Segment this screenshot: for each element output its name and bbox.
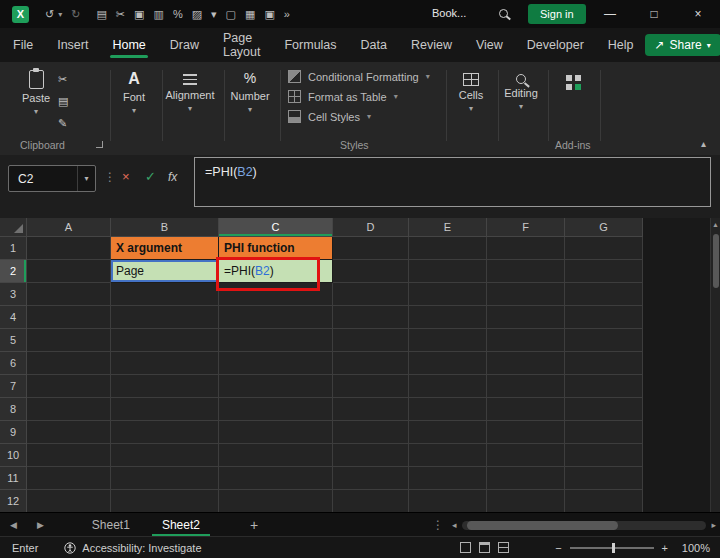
cell[interactable]	[487, 398, 565, 421]
cell[interactable]	[409, 490, 487, 513]
table-icon[interactable]: ▦	[245, 8, 255, 21]
share-button[interactable]: ↗ Share ▾	[645, 34, 720, 56]
chart-icon[interactable]: ▥	[153, 8, 163, 21]
row-header-5[interactable]: 5	[0, 329, 27, 352]
tab-view[interactable]: View	[465, 28, 514, 62]
cell[interactable]	[111, 490, 219, 513]
chevron-down-icon[interactable]: ▾	[77, 166, 95, 191]
cell-b1[interactable]: X argument	[111, 237, 219, 260]
tab-insert[interactable]: Insert	[46, 28, 99, 62]
copy-button[interactable]: ▤	[58, 95, 68, 108]
cell[interactable]	[219, 444, 333, 467]
cell[interactable]	[487, 421, 565, 444]
cell[interactable]	[27, 352, 111, 375]
row-header-3[interactable]: 3	[0, 283, 27, 306]
cell[interactable]	[27, 444, 111, 467]
tab-data[interactable]: Data	[350, 28, 398, 62]
cell[interactable]	[219, 490, 333, 513]
chevron-down-icon[interactable]: ▾	[211, 8, 217, 21]
column-header-b[interactable]: B	[111, 218, 219, 237]
row-header-2[interactable]: 2	[0, 260, 27, 283]
sheet-nav-left-icon[interactable]: ◀	[0, 520, 27, 530]
cells-button[interactable]: Cells ▾	[452, 70, 490, 113]
cell[interactable]	[487, 306, 565, 329]
cell[interactable]	[111, 329, 219, 352]
tab-file[interactable]: File	[2, 28, 44, 62]
cell[interactable]	[487, 283, 565, 306]
cell[interactable]	[111, 375, 219, 398]
cell[interactable]	[409, 467, 487, 490]
cell-e1[interactable]	[409, 237, 487, 260]
zoom-level[interactable]: 100%	[676, 542, 710, 554]
paste-button[interactable]: Paste ▾	[22, 70, 50, 116]
tab-review[interactable]: Review	[400, 28, 463, 62]
cell[interactable]	[219, 352, 333, 375]
cell[interactable]	[409, 398, 487, 421]
row-header-7[interactable]: 7	[0, 375, 27, 398]
insert-function-button[interactable]: fx	[168, 170, 177, 184]
tab-home[interactable]: Home	[101, 28, 156, 62]
cell[interactable]	[409, 375, 487, 398]
column-header-a[interactable]: A	[27, 218, 111, 237]
cell[interactable]	[219, 283, 333, 306]
cell[interactable]	[27, 490, 111, 513]
percent-icon[interactable]: %	[173, 8, 183, 20]
scroll-up-icon[interactable]: ▲	[711, 218, 720, 228]
cell-b2[interactable]: Page	[111, 260, 219, 283]
name-box[interactable]: C2 ▾	[8, 165, 96, 192]
cell-a1[interactable]	[27, 237, 111, 260]
cell-c2-active[interactable]: =PHI(B2)	[219, 260, 333, 283]
cell[interactable]	[111, 398, 219, 421]
horizontal-scrollbar-thumb[interactable]	[467, 521, 619, 530]
horizontal-scrollbar[interactable]: ◂ ▸	[452, 517, 716, 533]
editing-button[interactable]: Editing ▾	[500, 70, 542, 111]
cell-g2[interactable]	[565, 260, 643, 283]
cell[interactable]	[111, 283, 219, 306]
cell[interactable]	[27, 398, 111, 421]
add-ins-button[interactable]	[552, 72, 594, 90]
page-layout-view-icon[interactable]	[479, 542, 490, 553]
cell[interactable]	[27, 283, 111, 306]
number-button[interactable]: % Number ▾	[228, 70, 272, 114]
cell[interactable]	[487, 329, 565, 352]
cell-d1[interactable]	[333, 237, 409, 260]
redo-button[interactable]: ↻	[71, 8, 80, 21]
cell[interactable]	[333, 490, 409, 513]
search-icon[interactable]	[499, 9, 508, 18]
row-header-9[interactable]: 9	[0, 421, 27, 444]
sheet-tab-sheet1[interactable]: Sheet1	[76, 513, 146, 537]
cell[interactable]	[565, 444, 643, 467]
cell[interactable]	[565, 421, 643, 444]
cell[interactable]	[565, 283, 643, 306]
cell[interactable]	[333, 283, 409, 306]
cell[interactable]	[409, 283, 487, 306]
cell[interactable]	[333, 329, 409, 352]
conditional-formatting-button[interactable]: Conditional Formatting ▾	[288, 70, 440, 83]
cut-icon[interactable]: ✂	[116, 8, 125, 21]
horizontal-scrollbar-track[interactable]	[462, 521, 707, 530]
cell[interactable]	[487, 467, 565, 490]
vertical-scrollbar[interactable]: ▲	[710, 218, 720, 512]
cell[interactable]	[333, 398, 409, 421]
cell[interactable]	[219, 329, 333, 352]
row-header-12[interactable]: 12	[0, 490, 27, 513]
cell[interactable]	[565, 375, 643, 398]
tab-help[interactable]: Help	[597, 28, 645, 62]
cell[interactable]	[333, 352, 409, 375]
cell-f2[interactable]	[487, 260, 565, 283]
accessibility-status[interactable]: Accessibility: Investigate	[64, 542, 201, 554]
format-as-table-button[interactable]: Format as Table ▾	[288, 90, 440, 103]
zoom-in-button[interactable]: +	[662, 542, 668, 554]
minimize-button[interactable]: —	[588, 0, 632, 28]
cell[interactable]	[333, 444, 409, 467]
cancel-entry-icon[interactable]: ×	[122, 169, 130, 184]
collapse-ribbon-icon[interactable]: ▴	[701, 138, 706, 149]
cell[interactable]	[219, 421, 333, 444]
select-all-button[interactable]	[0, 218, 27, 237]
cell[interactable]	[565, 306, 643, 329]
sheet-tab-sheet2[interactable]: Sheet2	[146, 513, 216, 537]
zoom-slider-thumb[interactable]	[612, 543, 615, 553]
font-button[interactable]: A Font ▾	[116, 70, 152, 115]
cell-g1[interactable]	[565, 237, 643, 260]
page-break-view-icon[interactable]	[498, 542, 509, 553]
